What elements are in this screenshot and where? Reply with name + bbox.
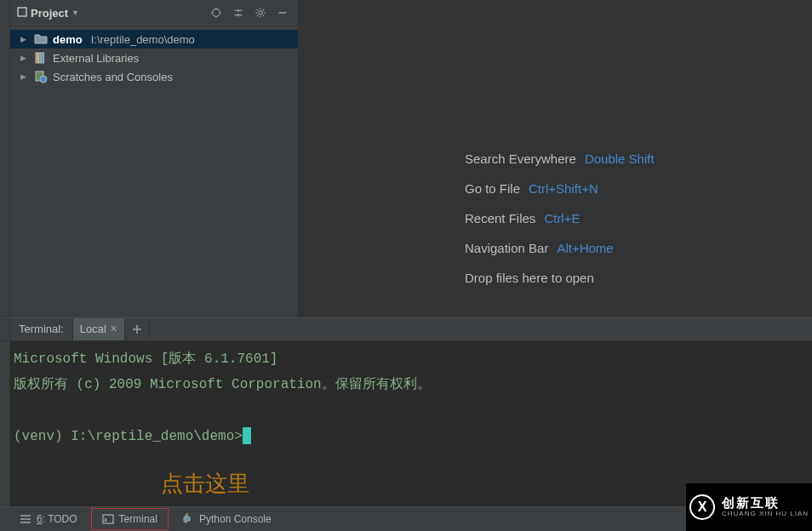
hint-recent-files: Recent Files Ctrl+E xyxy=(465,211,655,226)
locate-icon[interactable] xyxy=(208,4,225,21)
terminal-tab-local[interactable]: Local ✕ xyxy=(72,318,125,340)
editor-hints: Search Everywhere Double Shift Go to Fil… xyxy=(465,151,655,285)
watermark-brand: X 创新互联 CHUANG XIN HU LIAN xyxy=(686,483,812,531)
empty-editor-area[interactable]: Search Everywhere Double Shift Go to Fil… xyxy=(299,0,812,317)
svg-point-1 xyxy=(213,9,220,17)
svg-point-24 xyxy=(40,76,47,83)
terminal-line: 版权所有 (c) 2009 Microsoft Corporation。保留所有… xyxy=(14,377,431,392)
collapse-all-icon[interactable] xyxy=(230,4,247,21)
svg-point-10 xyxy=(259,11,262,14)
svg-line-15 xyxy=(257,9,258,10)
project-tree[interactable]: ▶ demo I:\reptile_demo\demo ▶ External L… xyxy=(10,26,298,89)
hint-search-everywhere: Search Everywhere Double Shift xyxy=(465,151,655,166)
project-view-label: Project xyxy=(31,7,68,20)
python-console-tool-button[interactable]: Python Console xyxy=(172,507,282,531)
library-icon xyxy=(34,51,48,65)
hint-drop-files: Drop files here to open xyxy=(465,271,655,285)
hide-icon[interactable] xyxy=(274,4,291,21)
terminal-tool-button[interactable]: Terminal xyxy=(91,508,169,530)
svg-rect-20 xyxy=(36,53,38,63)
project-view-icon xyxy=(17,7,27,20)
chevron-down-icon: ▼ xyxy=(71,9,79,17)
terminal-cursor xyxy=(243,427,251,444)
left-tool-strip-lower[interactable] xyxy=(0,341,10,506)
expand-icon[interactable]: ▶ xyxy=(20,35,29,43)
brand-mark: X xyxy=(689,494,715,520)
terminal-icon xyxy=(102,513,114,525)
terminal-header: Terminal: Local ✕ xyxy=(0,317,812,341)
tree-item-scratches[interactable]: ▶ Scratches and Consoles xyxy=(10,67,298,86)
svg-rect-22 xyxy=(42,53,44,63)
folder-icon xyxy=(34,32,48,46)
svg-line-18 xyxy=(263,9,264,10)
terminal-line: Microsoft Windows [版本 6.1.7601] xyxy=(14,351,277,367)
hint-navigation-bar: Navigation Bar Alt+Home xyxy=(465,241,655,255)
annotation-text: 点击这里 xyxy=(161,463,249,505)
svg-rect-0 xyxy=(18,8,26,16)
todo-icon xyxy=(20,513,31,525)
svg-rect-21 xyxy=(39,53,42,63)
svg-line-17 xyxy=(257,15,258,16)
project-tool-window: Project ▼ ▶ xyxy=(10,0,299,317)
tree-item-demo[interactable]: ▶ demo I:\reptile_demo\demo xyxy=(10,30,298,49)
hint-go-to-file: Go to File Ctrl+Shift+N xyxy=(465,181,655,196)
brand-name-cn: 创新互联 xyxy=(722,496,809,511)
project-toolbar: Project ▼ xyxy=(10,0,298,26)
gear-icon[interactable] xyxy=(252,4,269,21)
terminal-output[interactable]: Microsoft Windows [版本 6.1.7601] 版权所有 (c)… xyxy=(10,341,812,506)
close-icon[interactable]: ✕ xyxy=(110,323,117,334)
tree-item-external-libraries[interactable]: ▶ External Libraries xyxy=(10,49,298,67)
svg-line-16 xyxy=(263,15,264,16)
tab-label: Local xyxy=(80,323,106,335)
terminal-title: Terminal: xyxy=(10,318,72,340)
python-icon xyxy=(182,513,194,525)
expand-icon[interactable]: ▶ xyxy=(20,72,29,81)
tree-label: Scratches and Consoles xyxy=(53,71,173,83)
scratch-icon xyxy=(34,70,48,83)
terminal-prompt: (venv) I:\reptile_demo\demo> xyxy=(14,429,243,444)
left-tool-strip[interactable] xyxy=(0,0,10,317)
new-terminal-tab-button[interactable] xyxy=(125,318,150,340)
brand-name-en: CHUANG XIN HU LIAN xyxy=(722,511,809,518)
expand-icon[interactable]: ▶ xyxy=(20,54,29,62)
tree-path: I:\reptile_demo\demo xyxy=(91,33,195,46)
svg-rect-30 xyxy=(103,515,113,523)
todo-tool-button[interactable]: 6: TODO xyxy=(9,507,88,531)
tree-label: demo xyxy=(53,33,83,46)
tree-label: External Libraries xyxy=(53,52,139,65)
project-view-selector[interactable]: Project ▼ xyxy=(17,7,79,20)
